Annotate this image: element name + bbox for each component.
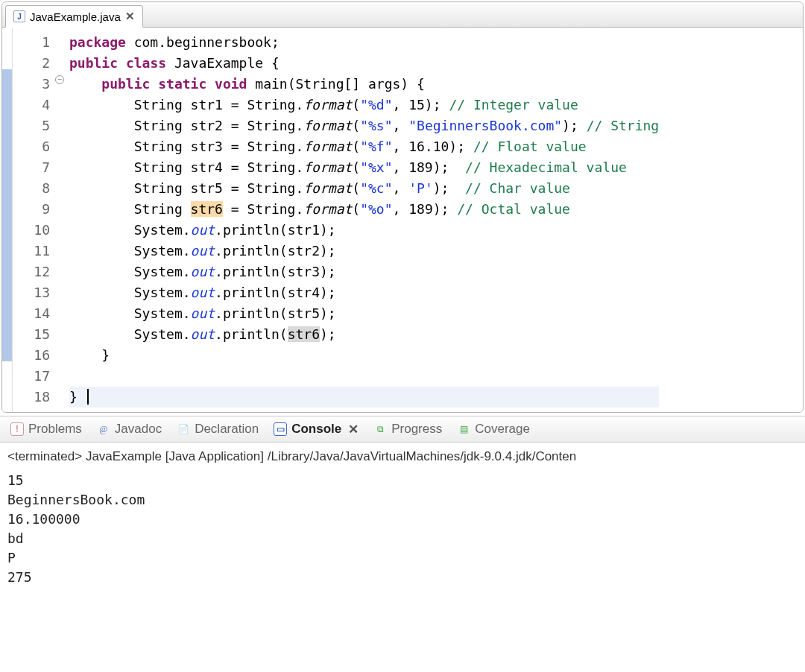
- code-line[interactable]: System.out.println(str6);: [69, 324, 659, 345]
- marker: [2, 69, 12, 90]
- code-line[interactable]: String str1 = String.format("%d", 15); /…: [69, 95, 659, 115]
- marker: [2, 257, 12, 278]
- marker: [2, 361, 12, 382]
- view-tab-coverage[interactable]: ▤Coverage: [457, 422, 530, 437]
- view-tab-label: Coverage: [475, 422, 530, 437]
- marker: [2, 90, 12, 111]
- code-line[interactable]: System.out.println(str3);: [69, 261, 659, 282]
- view-tab-label: Javadoc: [115, 422, 162, 437]
- marker: [2, 111, 12, 132]
- line-number: 11: [13, 241, 50, 261]
- console-line: P: [7, 548, 798, 568]
- console-line: 275: [7, 568, 798, 587]
- view-tab-progress[interactable]: ⧉Progress: [373, 422, 442, 437]
- line-number: 9: [13, 199, 50, 220]
- coverage-icon: ▤: [457, 422, 470, 436]
- code-line[interactable]: System.out.println(str2);: [69, 241, 659, 261]
- close-icon[interactable]: ✕: [348, 422, 359, 437]
- marker: [2, 132, 12, 153]
- code-line[interactable]: String str3 = String.format("%f", 16.10)…: [69, 136, 659, 157]
- code-line[interactable]: public static void main(String[] args) {: [69, 74, 659, 95]
- console-line: 16.100000: [7, 510, 798, 529]
- code-line[interactable]: }: [69, 345, 659, 366]
- marker: [2, 320, 12, 340]
- view-tab-label: Problems: [28, 422, 82, 437]
- fold-toggle-icon[interactable]: −: [55, 75, 64, 84]
- problems-icon: !: [10, 422, 24, 436]
- view-tab-console[interactable]: ▭Console✕: [274, 422, 359, 437]
- marker: [2, 278, 12, 299]
- view-tab-label: Console: [291, 422, 341, 437]
- code-line[interactable]: System.out.println(str1);: [69, 220, 659, 241]
- line-number: 18: [13, 387, 50, 408]
- marker-bar: [2, 28, 13, 412]
- line-number: 13: [13, 282, 50, 303]
- line-number: 4: [13, 95, 50, 115]
- view-tab-label: Declaration: [195, 422, 259, 437]
- marker: [2, 236, 12, 257]
- console-line: 15: [7, 471, 798, 490]
- view-tab-javadoc[interactable]: @Javadoc: [97, 422, 162, 437]
- line-number: 5: [13, 115, 50, 136]
- declaration-icon: 📄: [177, 422, 190, 436]
- line-number: 7: [13, 157, 50, 178]
- editor-tab-label: JavaExample.java: [30, 10, 121, 23]
- code-editor: J JavaExample.java ✕ 1234567891011121314…: [1, 1, 804, 413]
- view-tab-problems[interactable]: !Problems: [10, 422, 82, 437]
- marker: [2, 48, 12, 69]
- javadoc-icon: @: [97, 422, 110, 436]
- marker: [2, 28, 12, 48]
- line-number: 1: [13, 32, 50, 53]
- console-view: <terminated> JavaExample [Java Applicati…: [0, 443, 805, 595]
- code-line[interactable]: System.out.println(str5);: [69, 303, 659, 324]
- line-number: 16: [13, 345, 50, 366]
- line-number: 8: [13, 178, 50, 199]
- marker: [2, 340, 12, 361]
- line-number: 6: [13, 136, 50, 157]
- line-number: 12: [13, 261, 50, 282]
- marker: [2, 299, 12, 320]
- console-line: bd: [7, 529, 798, 548]
- line-number: 2: [13, 53, 50, 74]
- code-line[interactable]: System.out.println(str4);: [69, 282, 659, 303]
- line-number: 14: [13, 303, 50, 324]
- line-number-gutter: 123456789101112131415161718: [13, 28, 56, 412]
- view-tab-declaration[interactable]: 📄Declaration: [177, 422, 259, 437]
- code-line[interactable]: String str6 = String.format("%o", 189); …: [69, 199, 659, 220]
- code-line[interactable]: [69, 366, 659, 387]
- line-number: 10: [13, 220, 50, 241]
- console-output[interactable]: 15BeginnersBook.com16.100000bdP275: [7, 471, 798, 587]
- code-line[interactable]: String str4 = String.format("%x", 189); …: [69, 157, 659, 178]
- console-line: BeginnersBook.com: [7, 490, 798, 510]
- marker: [2, 174, 12, 194]
- bottom-views-tabbar: !Problems@Javadoc📄Declaration▭Console✕⧉P…: [0, 416, 805, 443]
- code-line[interactable]: package com.beginnersbook;: [69, 32, 659, 53]
- code-line[interactable]: public class JavaExample {: [69, 53, 659, 74]
- line-number: 15: [13, 324, 50, 345]
- java-file-icon: J: [13, 10, 25, 22]
- marker: [2, 153, 12, 174]
- code-line[interactable]: String str2 = String.format("%s", "Begin…: [69, 115, 659, 136]
- code-area[interactable]: package com.beginnersbook;public class J…: [66, 28, 659, 412]
- line-number: 17: [13, 366, 50, 387]
- editor-tab-javaexample[interactable]: J JavaExample.java ✕: [5, 5, 143, 28]
- view-tab-label: Progress: [391, 422, 442, 437]
- code-line[interactable]: }: [69, 387, 659, 408]
- marker: [2, 382, 12, 403]
- fold-column: −: [56, 28, 66, 412]
- close-icon[interactable]: ✕: [125, 10, 135, 23]
- console-icon: ▭: [274, 422, 287, 436]
- code-line[interactable]: String str5 = String.format("%c", 'P'); …: [69, 178, 659, 199]
- marker: [2, 194, 12, 215]
- console-status: <terminated> JavaExample [Java Applicati…: [7, 447, 798, 466]
- progress-icon: ⧉: [373, 422, 387, 436]
- marker: [2, 215, 12, 236]
- editor-tabbar: J JavaExample.java ✕: [2, 2, 803, 28]
- line-number: 3: [13, 74, 50, 95]
